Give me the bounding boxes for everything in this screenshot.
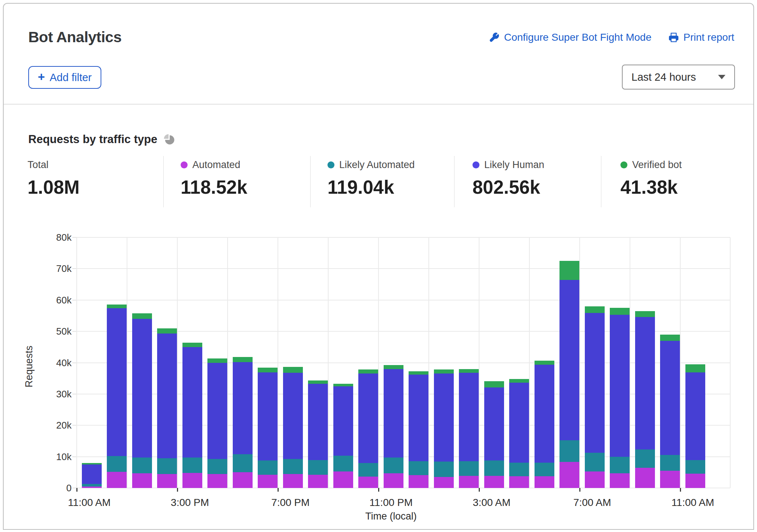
bar-segment-likely-automated[interactable] xyxy=(258,460,278,475)
bar-segment-verified-bot[interactable] xyxy=(258,368,278,372)
bar-segment-likely-human[interactable] xyxy=(132,319,152,458)
bar-segment-likely-automated[interactable] xyxy=(384,458,403,473)
bar-segment-automated[interactable] xyxy=(358,477,378,488)
bar-segment-likely-human[interactable] xyxy=(157,334,177,458)
bar-segment-likely-human[interactable] xyxy=(333,386,353,456)
bar-segment-likely-automated[interactable] xyxy=(409,461,428,475)
bar-segment-verified-bot[interactable] xyxy=(233,357,253,362)
bar-segment-verified-bot[interactable] xyxy=(559,261,579,280)
bar-segment-automated[interactable] xyxy=(559,462,579,488)
bar-segment-likely-automated[interactable] xyxy=(233,454,253,472)
configure-super-bot-fight-mode-link[interactable]: Configure Super Bot Fight Mode xyxy=(489,32,652,43)
bar-segment-likely-automated[interactable] xyxy=(610,457,630,473)
bar-segment-likely-automated[interactable] xyxy=(585,453,605,471)
bar-segment-likely-automated[interactable] xyxy=(535,463,554,476)
bar-segment-likely-automated[interactable] xyxy=(434,462,454,477)
bar-segment-automated[interactable] xyxy=(610,473,630,488)
bar-segment-automated[interactable] xyxy=(308,475,328,488)
bar-segment-automated[interactable] xyxy=(182,473,202,488)
bar-segment-automated[interactable] xyxy=(635,468,655,488)
bar-segment-likely-automated[interactable] xyxy=(509,463,529,476)
bar-segment-verified-bot[interactable] xyxy=(484,381,504,387)
bar-segment-verified-bot[interactable] xyxy=(459,369,479,373)
bar-segment-likely-automated[interactable] xyxy=(333,456,353,471)
bar-segment-likely-human[interactable] xyxy=(484,387,504,460)
bar-segment-automated[interactable] xyxy=(509,476,529,488)
bar-segment-likely-human[interactable] xyxy=(384,369,403,458)
bar-segment-likely-human[interactable] xyxy=(182,347,202,458)
bar-segment-verified-bot[interactable] xyxy=(107,305,127,308)
bar-segment-likely-human[interactable] xyxy=(107,308,127,456)
bar-segment-likely-automated[interactable] xyxy=(157,458,177,474)
bar-segment-likely-automated[interactable] xyxy=(182,458,202,473)
bar-segment-verified-bot[interactable] xyxy=(535,361,554,365)
bar-segment-likely-human[interactable] xyxy=(207,363,227,459)
bar-segment-likely-human[interactable] xyxy=(258,372,278,460)
bar-segment-automated[interactable] xyxy=(157,474,177,488)
bar-segment-likely-human[interactable] xyxy=(358,374,378,463)
bar-segment-verified-bot[interactable] xyxy=(409,371,428,375)
bar-segment-likely-human[interactable] xyxy=(535,365,554,463)
bar-segment-likely-automated[interactable] xyxy=(308,460,328,475)
bar-segment-verified-bot[interactable] xyxy=(82,463,102,464)
bar-segment-verified-bot[interactable] xyxy=(660,335,680,341)
bar-segment-verified-bot[interactable] xyxy=(182,343,202,347)
bar-segment-automated[interactable] xyxy=(585,471,605,488)
time-range-select[interactable]: Last 24 hours xyxy=(622,65,735,90)
bar-segment-likely-automated[interactable] xyxy=(358,463,378,477)
bar-segment-automated[interactable] xyxy=(132,473,152,488)
bar-segment-verified-bot[interactable] xyxy=(384,365,403,369)
bar-segment-verified-bot[interactable] xyxy=(132,313,152,319)
bar-segment-likely-automated[interactable] xyxy=(107,456,127,472)
bar-segment-automated[interactable] xyxy=(484,476,504,488)
bar-segment-likely-human[interactable] xyxy=(635,317,655,449)
bar-segment-likely-automated[interactable] xyxy=(132,458,152,473)
bar-segment-verified-bot[interactable] xyxy=(358,369,378,374)
bar-segment-verified-bot[interactable] xyxy=(434,369,454,374)
bar-segment-likely-human[interactable] xyxy=(585,313,605,453)
bar-segment-likely-human[interactable] xyxy=(283,373,303,459)
bar-segment-likely-human[interactable] xyxy=(559,280,579,440)
bar-segment-likely-human[interactable] xyxy=(660,341,680,455)
bar-segment-automated[interactable] xyxy=(107,472,127,488)
bar-segment-likely-human[interactable] xyxy=(233,362,253,454)
bar-segment-likely-human[interactable] xyxy=(434,374,454,462)
bar-segment-automated[interactable] xyxy=(233,472,253,488)
bar-segment-automated[interactable] xyxy=(660,471,680,488)
bar-segment-automated[interactable] xyxy=(459,476,479,488)
bar-segment-likely-automated[interactable] xyxy=(283,459,303,474)
bar-segment-likely-human[interactable] xyxy=(409,375,428,461)
bar-segment-automated[interactable] xyxy=(434,477,454,488)
bar-segment-automated[interactable] xyxy=(333,471,353,488)
bar-segment-likely-human[interactable] xyxy=(610,315,630,457)
bar-segment-automated[interactable] xyxy=(409,475,428,488)
bar-segment-likely-automated[interactable] xyxy=(635,449,655,468)
bar-segment-automated[interactable] xyxy=(258,475,278,488)
bar-segment-likely-human[interactable] xyxy=(685,372,705,460)
bar-segment-verified-bot[interactable] xyxy=(585,306,605,313)
bar-segment-likely-human[interactable] xyxy=(509,383,529,463)
bar-segment-verified-bot[interactable] xyxy=(685,364,705,372)
bar-segment-likely-automated[interactable] xyxy=(207,459,227,474)
bar-segment-automated[interactable] xyxy=(685,474,705,488)
bar-segment-automated[interactable] xyxy=(82,487,102,488)
bar-segment-likely-automated[interactable] xyxy=(459,461,479,476)
bar-segment-automated[interactable] xyxy=(283,474,303,488)
bar-segment-automated[interactable] xyxy=(207,474,227,488)
add-filter-button[interactable]: + Add filter xyxy=(28,66,101,89)
bar-segment-automated[interactable] xyxy=(535,476,554,488)
bar-segment-automated[interactable] xyxy=(384,473,403,488)
bar-segment-likely-automated[interactable] xyxy=(685,460,705,474)
bar-segment-likely-human[interactable] xyxy=(459,373,479,461)
bar-segment-likely-human[interactable] xyxy=(308,384,328,460)
bar-segment-likely-automated[interactable] xyxy=(660,455,680,471)
bar-segment-verified-bot[interactable] xyxy=(308,380,328,384)
bar-segment-verified-bot[interactable] xyxy=(207,358,227,363)
print-report-link[interactable]: Print report xyxy=(669,32,735,43)
bar-segment-verified-bot[interactable] xyxy=(157,328,177,334)
bar-segment-likely-human[interactable] xyxy=(82,464,102,484)
bar-segment-verified-bot[interactable] xyxy=(333,384,353,386)
bar-segment-likely-automated[interactable] xyxy=(559,440,579,462)
bar-segment-verified-bot[interactable] xyxy=(635,311,655,317)
bar-segment-likely-automated[interactable] xyxy=(82,484,102,487)
